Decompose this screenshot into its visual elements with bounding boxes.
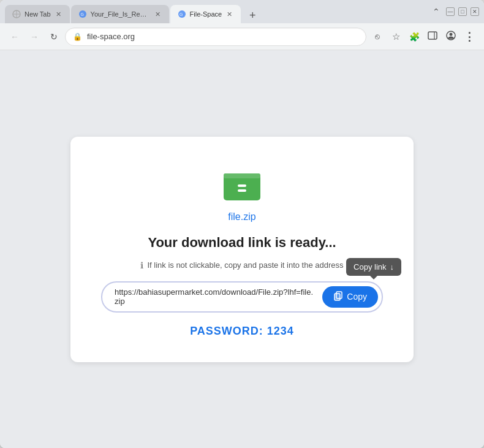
close-button[interactable]: ✕ — [471, 7, 479, 16]
copy-link-arrow-icon: ↓ — [390, 262, 395, 271]
maximize-button[interactable]: □ — [458, 7, 467, 16]
file-ready-favicon: G — [78, 10, 87, 18]
share-icon: ⎋ — [375, 32, 380, 41]
page-content: ff ISH.com file.zip — [0, 50, 484, 448]
toolbar-icons: ⎋ ☆ 🧩 ⋮ — [369, 28, 478, 45]
svg-rect-18 — [238, 189, 246, 192]
tab-file-space-title: File-Space — [190, 10, 222, 18]
tab-file-ready[interactable]: G Your_File_Is_Ready_To_Down... ✕ — [71, 5, 169, 23]
reload-icon: ↻ — [50, 32, 58, 42]
file-icon-wrap — [221, 161, 263, 204]
info-row: ℹ If link is not clickable, copy and pas… — [101, 260, 383, 270]
password-display: PASSWORD: 1234 — [190, 325, 294, 338]
minimize-button[interactable]: — — [446, 7, 455, 16]
window-controls: ⌃ — □ ✕ — [433, 7, 479, 17]
tab-file-ready-close[interactable]: ✕ — [154, 9, 162, 20]
browser-toolbar: ← → ↻ 🔒 file-space.org ⎋ ☆ 🧩 — [0, 23, 484, 50]
copy-link-tooltip[interactable]: Copy link ↓ — [346, 258, 401, 276]
reload-button[interactable]: ↻ — [45, 28, 62, 45]
download-card: file.zip Your download link is ready... … — [70, 137, 414, 362]
back-icon: ← — [10, 32, 19, 42]
chevron-up-icon[interactable]: ⌃ — [433, 7, 440, 17]
file-space-favicon: G — [178, 10, 186, 18]
new-tab-button[interactable]: + — [244, 7, 260, 23]
file-name: file.zip — [228, 211, 255, 222]
more-icon: ⋮ — [464, 30, 475, 44]
info-text: If link is not clickable, copy and paste… — [147, 260, 343, 270]
tab-file-space-close[interactable]: ✕ — [225, 9, 233, 20]
close-icon: ✕ — [472, 9, 477, 15]
copy-button[interactable]: Copy — [322, 286, 378, 308]
address-text: file-space.org — [87, 32, 358, 41]
copy-btn-icon — [333, 291, 343, 303]
tab-new-tab[interactable]: New Tab ✕ — [5, 5, 70, 23]
new-tab-favicon — [12, 10, 21, 18]
svg-rect-16 — [224, 173, 260, 178]
tab-new-tab-title: New Tab — [25, 10, 51, 18]
bookmark-button[interactable]: ☆ — [387, 28, 404, 45]
profile-sidebar-button[interactable] — [424, 28, 441, 45]
star-icon: ☆ — [392, 31, 400, 42]
minimize-icon: — — [448, 9, 453, 15]
forward-icon: → — [30, 32, 39, 42]
sidebar-icon — [428, 31, 437, 42]
profile-button[interactable] — [442, 28, 459, 45]
browser-window: New Tab ✕ G Your_File_Is_Ready_To_Down..… — [0, 0, 484, 448]
tab-file-ready-title: Your_File_Is_Ready_To_Down... — [91, 10, 150, 18]
extension-button[interactable]: 🧩 — [406, 28, 423, 45]
svg-text:G: G — [80, 12, 83, 17]
menu-button[interactable]: ⋮ — [461, 28, 478, 45]
svg-rect-17 — [238, 184, 246, 187]
svg-point-10 — [450, 33, 453, 36]
svg-rect-7 — [428, 32, 437, 39]
zip-file-icon — [221, 161, 263, 204]
lock-icon: 🔒 — [73, 32, 82, 41]
maximize-icon: □ — [461, 9, 464, 15]
tab-new-tab-close[interactable]: ✕ — [55, 9, 62, 20]
tabs-area: New Tab ✕ G Your_File_Is_Ready_To_Down..… — [5, 0, 428, 23]
forward-button[interactable]: → — [26, 28, 43, 45]
title-bar: New Tab ✕ G Your_File_Is_Ready_To_Down..… — [0, 0, 484, 23]
url-box: https://bahiasupermarket.com/download/Fi… — [101, 281, 383, 313]
back-button[interactable]: ← — [6, 28, 23, 45]
svg-text:G: G — [180, 12, 183, 17]
info-icon: ℹ — [140, 260, 143, 270]
copy-button-label: Copy — [347, 292, 367, 302]
svg-rect-20 — [335, 294, 340, 300]
address-bar[interactable]: 🔒 file-space.org — [65, 28, 366, 46]
download-title: Your download link is ready... — [148, 235, 336, 251]
tab-file-space[interactable]: G File-Space ✕ — [170, 5, 241, 23]
download-url: https://bahiasupermarket.com/download/Fi… — [115, 287, 316, 306]
puzzle-icon: 🧩 — [409, 32, 420, 42]
account-icon — [446, 31, 456, 42]
copy-link-tooltip-text: Copy link — [354, 262, 386, 271]
share-button[interactable]: ⎋ — [369, 28, 386, 45]
